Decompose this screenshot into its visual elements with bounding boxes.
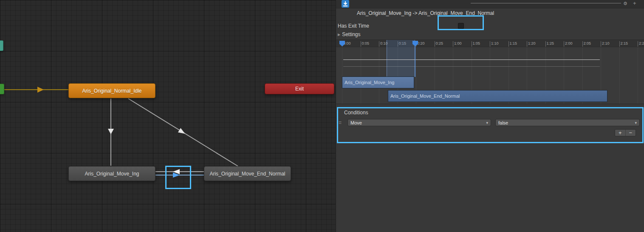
drag-handle-icon[interactable]: = (339, 120, 342, 126)
state-machine-canvas[interactable]: Aris_Original_Normal_Idle Exit Aris_Orig… (0, 0, 336, 232)
header-slider[interactable] (471, 3, 621, 3)
ruler-tick: 0:05 (361, 41, 370, 47)
exit-time-marker-line (415, 46, 415, 77)
ruler-tick: 1:20 (527, 41, 536, 47)
clip-bar-move-end[interactable]: Aris_Original_Move_End_Normal (388, 90, 607, 102)
condition-value-dropdown[interactable]: false ▾ (495, 119, 640, 126)
state-node-partial-entry[interactable] (0, 84, 4, 94)
condition-parameter-value: Move (350, 120, 362, 125)
timeline-gridline (619, 47, 620, 104)
unity-animator-window: Aris_Original_Normal_Idle Exit Aris_Orig… (0, 0, 644, 232)
conditions-header: Conditions (344, 110, 368, 116)
remove-condition-button[interactable]: − (626, 130, 636, 136)
ruler-tick: 1:05 (472, 41, 480, 47)
blend-curve-line-secondary (343, 66, 600, 67)
inspector-topbar: ⚙ + (336, 0, 644, 8)
transition-region[interactable] (387, 40, 415, 77)
ruler-tick: 1:15 (508, 41, 517, 47)
state-node-move-ing[interactable]: Aris_Original_Move_Ing (68, 166, 155, 181)
ruler-tick: 1:10 (490, 41, 499, 47)
transition-moveend-to-moveing[interactable] (155, 169, 204, 174)
ruler-tick: 2:00 (564, 41, 573, 47)
has-exit-time-label: Has Exit Time (338, 23, 369, 29)
ruler-tick: 2:20 (638, 41, 644, 47)
transition-title: Aris_Original_Move_Ing -> Aris_Original_… (357, 10, 494, 16)
clip-bar-move-ing[interactable]: Aris_Original_Move_Ing (342, 76, 414, 88)
transition-idle-to-moveing[interactable] (108, 99, 114, 166)
condition-parameter-dropdown[interactable]: Move ▾ (347, 119, 491, 126)
timeline-gridline (379, 47, 379, 104)
transition-icon (342, 0, 349, 8)
conditions-list-buttons: + − (615, 129, 636, 136)
ruler-tick: 1:25 (545, 41, 554, 47)
settings-foldout[interactable]: ▶ Settings (338, 31, 361, 37)
ruler-tick: 2:10 (601, 41, 610, 47)
ruler-tick: 2:05 (582, 41, 591, 47)
condition-value: false (498, 120, 508, 125)
clip-label: Aris_Original_Move_End_Normal (390, 93, 460, 99)
chevron-down-icon: ▾ (486, 121, 488, 125)
ruler-tick: 0:25 (435, 41, 443, 47)
state-node-idle[interactable]: Aris_Original_Normal_Idle (68, 83, 155, 98)
timeline-gridline (361, 47, 361, 104)
settings-label: Settings (342, 31, 360, 37)
timeline-gridline (342, 47, 342, 104)
chevron-down-icon: ▾ (635, 121, 637, 125)
plus-icon[interactable]: + (633, 1, 636, 6)
clip-label: Aris_Original_Move_Ing (345, 80, 394, 85)
gear-icon[interactable]: ⚙ (623, 1, 627, 6)
state-node-exit[interactable]: Exit (265, 83, 334, 94)
foldout-arrow-icon: ▶ (338, 33, 340, 37)
inspector-panel: ⚙ + Aris_Original_Move_Ing -> Aris_Origi… (336, 0, 644, 232)
transition-edges (0, 0, 336, 232)
timeline-gridline (638, 47, 638, 104)
transition-timeline[interactable]: 0:000:050:100:150:200:251:001:051:101:15… (336, 40, 644, 104)
ruler-tick: 1:00 (453, 41, 462, 47)
state-node-partial-top[interactable] (0, 40, 3, 51)
conditions-section: Conditions = Move ▾ false ▾ + − (337, 108, 642, 142)
blend-curve-line (343, 59, 600, 60)
state-node-move-end[interactable]: Aris_Original_Move_End_Normal (204, 166, 291, 181)
ruler-tick: 2:15 (619, 41, 628, 47)
entry-transition-edge[interactable] (4, 87, 68, 93)
add-condition-button[interactable]: + (615, 130, 626, 136)
has-exit-time-checkbox[interactable] (458, 23, 464, 29)
transition-idle-to-moveend[interactable] (128, 99, 238, 166)
